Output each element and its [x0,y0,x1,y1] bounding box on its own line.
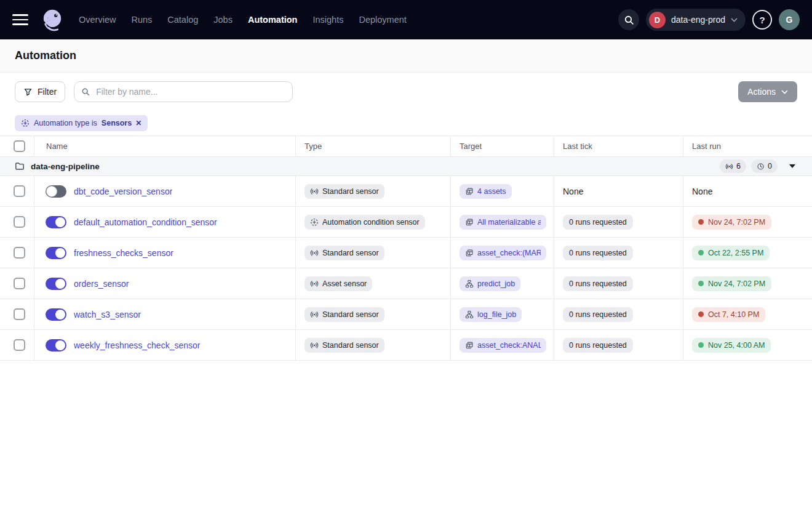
status-dot [698,219,704,225]
dagster-logo[interactable] [39,7,65,33]
toggle-knob [47,187,57,196]
target-link[interactable]: predict_job [460,276,520,291]
row-name-cell: orders_sensor [34,268,296,299]
sensor-type-icon [310,341,319,350]
target-label: 4 assets [477,187,506,196]
table-body: dbt_code_version_sensor Standard sensor … [0,176,812,361]
search-button[interactable] [618,9,639,30]
page-title: Automation [15,49,76,62]
sensor-toggle[interactable] [46,185,66,198]
sensor-toggle[interactable] [46,216,66,228]
row-target-cell: predict_job [451,268,554,299]
last-run-value[interactable]: Nov 24, 7:02 PM [692,276,771,291]
nav-link-insights[interactable]: Insights [312,15,343,25]
active-filters-row: Automation type is Sensors ✕ [0,111,812,136]
row-last-tick-cell: 0 runs requested [554,299,683,329]
nav-link-jobs[interactable]: Jobs [213,15,233,25]
last-tick-value: 0 runs requested [563,307,633,322]
column-header-name: Name [34,136,296,156]
status-dot [698,281,704,286]
status-dot [698,311,704,317]
column-header-type: Type [296,136,451,156]
last-tick-value: 0 runs requested [563,276,633,291]
sensor-icon [725,163,733,171]
row-checkbox[interactable] [14,216,25,228]
target-link[interactable]: asset_check:(MARK [460,246,546,260]
target-link[interactable]: log_file_job [460,307,522,322]
sensor-type-icon [310,187,319,196]
sensor-type-icon [310,249,319,257]
user-avatar[interactable]: G [779,9,800,30]
asset-icon [465,341,474,350]
filter-button[interactable]: Filter [15,81,65,102]
title-bar: Automation [0,39,812,73]
sensor-toggle[interactable] [46,308,66,321]
last-run-value[interactable]: Oct 7, 4:10 PM [692,307,765,322]
row-name-cell: dbt_code_version_sensor [34,176,296,206]
table-header: Name Type Target Last tick Last run [0,136,812,157]
target-link[interactable]: 4 assets [460,184,512,199]
target-label: asset_check:ANALY [477,341,541,350]
sensor-toggle[interactable] [46,339,66,351]
target-link[interactable]: asset_check:ANALY [460,338,546,353]
sensor-name-link[interactable]: orders_sensor [74,279,129,289]
toggle-knob [55,248,65,258]
row-last-tick-cell: 0 runs requested [554,268,683,299]
last-tick-value: 0 runs requested [563,246,633,260]
sensor-toggle[interactable] [46,247,66,259]
sensor-name-link[interactable]: freshness_checks_sensor [74,248,173,258]
last-run-label: Nov 24, 7:02 PM [708,218,765,227]
target-label: log_file_job [477,310,516,319]
row-checkbox[interactable] [14,247,25,259]
row-checkbox[interactable] [14,308,25,320]
sensor-name-link[interactable]: weekly_freshness_check_sensor [74,340,200,350]
nav-link-catalog[interactable]: Catalog [167,15,198,25]
table-row: default_automation_condition_sensor Auto… [0,207,812,238]
search-icon [624,15,634,25]
nav-link-overview[interactable]: Overview [79,15,116,25]
repo-group-row: data-eng-pipeline 6 0 [0,157,812,176]
nav-link-deployment[interactable]: Deployment [359,15,406,25]
close-icon[interactable]: ✕ [135,119,141,127]
nav-links: OverviewRunsCatalogJobsAutomationInsight… [79,15,407,25]
last-run-value[interactable]: None [692,184,712,199]
last-run-value[interactable]: Nov 24, 7:02 PM [692,215,771,230]
table-row: dbt_code_version_sensor Standard sensor … [0,176,812,207]
nav-link-automation[interactable]: Automation [248,15,298,25]
row-last-run-cell: Nov 24, 7:02 PM [683,207,812,237]
row-checkbox[interactable] [14,185,25,197]
schedule-count-badge: 0 [751,159,778,173]
row-target-cell: All materializable as [451,207,554,237]
target-link[interactable]: All materializable as [460,215,546,230]
nav-link-runs[interactable]: Runs [131,15,152,25]
sensor-type-tag: Standard sensor [304,184,384,199]
workspace-name: data-eng-prod [671,15,725,25]
search-input[interactable] [95,86,285,97]
hamburger-menu-icon[interactable] [12,14,28,26]
collapse-group-button[interactable] [788,163,797,169]
last-run-label: Nov 24, 7:02 PM [708,279,765,288]
last-run-value[interactable]: Nov 25, 4:00 AM [692,338,771,353]
last-run-value[interactable]: Oct 22, 2:55 PM [692,246,770,260]
filter-chip-automation-type[interactable]: Automation type is Sensors ✕ [15,115,148,131]
job-icon [465,310,474,319]
sensor-name-link[interactable]: default_automation_condition_sensor [74,217,217,227]
workspace-switcher[interactable]: D data-eng-prod [646,9,746,31]
asset-icon [465,187,474,196]
top-nav: OverviewRunsCatalogJobsAutomationInsight… [0,0,812,39]
row-name-cell: freshness_checks_sensor [34,238,296,268]
actions-button[interactable]: Actions [738,81,797,102]
sensor-name-link[interactable]: dbt_code_version_sensor [74,187,172,196]
sensor-type-label: Standard sensor [322,310,379,319]
help-button[interactable]: ? [752,10,772,30]
caret-down-icon [789,164,795,168]
sensor-type-tag: Standard sensor [304,246,384,260]
sensor-name-link[interactable]: watch_s3_sensor [74,310,141,319]
select-all-checkbox[interactable] [14,140,25,152]
row-target-cell: asset_check:(MARK [451,238,554,268]
sensor-toggle[interactable] [46,278,66,290]
sensor-type-tag: Asset sensor [304,276,372,291]
row-checkbox[interactable] [14,339,25,351]
row-checkbox[interactable] [14,278,25,289]
actions-button-label: Actions [747,87,776,97]
